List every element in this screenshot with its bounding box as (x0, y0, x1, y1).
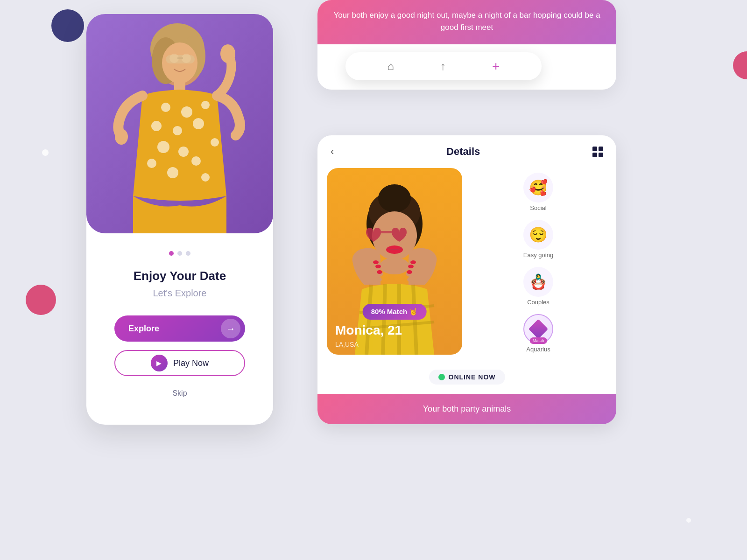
grid-dot-3 (592, 153, 597, 157)
phone-hero-title: Enjoy Your Date (134, 269, 226, 283)
svg-point-17 (211, 138, 219, 147)
dot-3 (186, 251, 190, 256)
explore-button-label: Explore (128, 324, 159, 334)
online-text: ONLINE NOW (449, 373, 496, 381)
grid-dot-1 (592, 147, 597, 151)
svg-point-13 (201, 101, 210, 109)
compatibility-banner: Your both enjoy a good night out, maybe … (317, 0, 616, 44)
woman-illustration (105, 19, 254, 233)
profile-location: LA,USA (335, 341, 359, 348)
profile-name: Monica, 21 (335, 323, 402, 338)
explore-button[interactable]: Explore → (114, 315, 245, 342)
phone-card: Enjoy Your Date Let's Explore Explore → … (86, 14, 273, 425)
svg-point-20 (147, 159, 156, 168)
details-title: Details (446, 146, 480, 158)
svg-point-22 (167, 167, 178, 178)
svg-point-15 (173, 126, 182, 135)
profile-image-container: 80% Match 🤘 Monica, 21 LA,USA (327, 168, 462, 355)
photo-background (86, 14, 273, 233)
svg-point-49 (410, 260, 416, 264)
phone-hero-image (86, 14, 273, 233)
aquarius-circle: Match (523, 314, 553, 344)
svg-point-12 (181, 106, 192, 118)
bg-decoration-white-dot-3 (686, 518, 691, 523)
about-card: Your both enjoy a good night out, maybe … (317, 0, 616, 90)
easygoing-label: Easy going (523, 252, 553, 259)
home-nav-icon[interactable]: ⌂ (388, 60, 395, 73)
bg-decoration-pink-circle-right (733, 51, 747, 79)
trait-aquarius: Match Aquarius (523, 314, 553, 353)
skip-link[interactable]: Skip (172, 389, 187, 398)
bg-decoration-white-dot-1 (42, 149, 49, 156)
svg-point-16 (193, 118, 204, 129)
details-header: ‹ Details (317, 135, 616, 168)
svg-point-10 (220, 44, 235, 63)
aquarius-diamond (529, 319, 548, 339)
trait-social: 🥰 Social (523, 173, 553, 211)
party-animals-text: Your both party animals (331, 404, 602, 414)
grid-view-icon[interactable] (592, 147, 603, 157)
svg-point-47 (375, 265, 381, 268)
svg-point-19 (178, 147, 189, 157)
easygoing-emoji: 😌 (523, 220, 553, 250)
trait-easygoing: 😌 Easy going (523, 220, 553, 259)
personality-traits-sidebar: 🥰 Social 😌 Easy going 🪆 Couples Match (470, 168, 607, 355)
compatibility-text: Your both enjoy a good night out, maybe … (331, 9, 602, 33)
details-body: 80% Match 🤘 Monica, 21 LA,USA 🥰 Social 😌… (317, 168, 616, 364)
play-icon: ▶ (151, 355, 168, 371)
online-status-row: ONLINE NOW (317, 366, 616, 388)
phone-content-area: Enjoy Your Date Let's Explore Explore → … (86, 233, 273, 425)
svg-point-27 (378, 184, 411, 212)
details-card: ‹ Details (317, 135, 616, 424)
svg-point-50 (408, 265, 414, 268)
grid-dot-4 (599, 153, 603, 157)
bg-decoration-dark-circle (51, 9, 84, 42)
online-indicator (438, 374, 445, 380)
svg-point-48 (377, 270, 382, 274)
svg-point-46 (373, 260, 379, 264)
explore-arrow-icon: → (221, 319, 240, 338)
svg-point-21 (191, 156, 201, 166)
trait-couples: 🪆 Couples (523, 267, 553, 306)
plus-nav-icon[interactable]: + (492, 59, 500, 74)
share-nav-icon[interactable]: ↑ (440, 60, 446, 73)
match-badge: 80% Match 🤘 (363, 304, 427, 320)
svg-rect-8 (177, 57, 183, 59)
svg-point-18 (157, 141, 169, 153)
dot-1 (169, 251, 174, 256)
carousel-dots (169, 251, 190, 256)
aquarius-label: Aquarius (526, 346, 550, 353)
play-now-label: Play Now (173, 358, 209, 368)
play-now-button[interactable]: ▶ Play Now (114, 350, 245, 376)
svg-point-23 (201, 173, 210, 182)
couples-emoji: 🪆 (523, 267, 553, 297)
aquarius-match-badge: Match (530, 337, 547, 344)
phone-hero-subtitle: Let's Explore (153, 288, 207, 299)
bg-decoration-pink-circle-left (26, 285, 56, 315)
right-section: Your both enjoy a good night out, maybe … (303, 0, 630, 560)
svg-point-24 (115, 129, 128, 145)
dot-2 (177, 251, 182, 256)
svg-point-11 (161, 103, 170, 112)
ios-navigation-bar: ⌂ ↑ + (345, 52, 542, 80)
svg-point-51 (407, 270, 412, 274)
back-button[interactable]: ‹ (331, 146, 334, 158)
party-animals-banner: Your both party animals (317, 394, 616, 424)
social-emoji: 🥰 (523, 173, 553, 203)
svg-point-14 (151, 121, 162, 131)
svg-point-44 (407, 277, 415, 282)
svg-point-45 (380, 258, 409, 274)
svg-point-40 (374, 277, 382, 282)
svg-rect-29 (381, 231, 392, 233)
match-text: 80% Match 🤘 (371, 308, 418, 315)
couples-label: Couples (527, 299, 550, 306)
social-label: Social (530, 204, 546, 211)
online-badge: ONLINE NOW (429, 370, 505, 385)
grid-dot-2 (599, 147, 603, 151)
